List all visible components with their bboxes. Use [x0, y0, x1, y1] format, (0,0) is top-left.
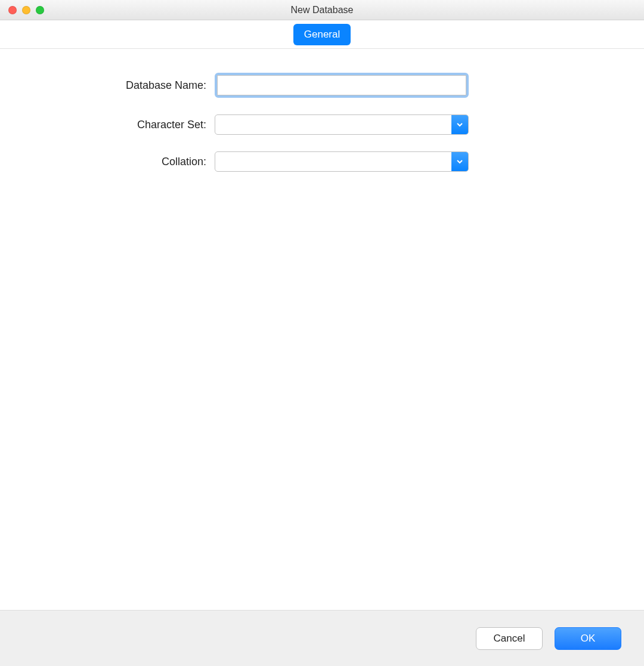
database-name-input-focus-ring: [215, 73, 469, 98]
collation-select[interactable]: [215, 151, 469, 172]
character-set-value: [215, 115, 451, 134]
label-character-set: Character Set:: [48, 119, 215, 131]
window-titlebar: New Database: [0, 0, 644, 20]
character-set-select[interactable]: [215, 114, 469, 135]
label-database-name: Database Name:: [48, 79, 215, 92]
row-database-name: Database Name:: [48, 73, 596, 98]
chevron-down-icon[interactable]: [451, 115, 468, 134]
dialog-footer: Cancel OK: [0, 610, 644, 666]
row-collation: Collation:: [48, 151, 596, 172]
database-name-input[interactable]: [217, 75, 466, 95]
collation-value: [215, 152, 451, 171]
ok-button[interactable]: OK: [555, 627, 621, 650]
tab-general[interactable]: General: [293, 24, 351, 45]
tab-bar: General: [0, 20, 644, 49]
window-title: New Database: [0, 5, 644, 16]
row-character-set: Character Set:: [48, 114, 596, 135]
label-collation: Collation:: [48, 156, 215, 168]
cancel-button[interactable]: Cancel: [476, 627, 543, 650]
chevron-down-icon[interactable]: [451, 152, 468, 171]
form-area: Database Name: Character Set: Collation:: [0, 49, 644, 610]
